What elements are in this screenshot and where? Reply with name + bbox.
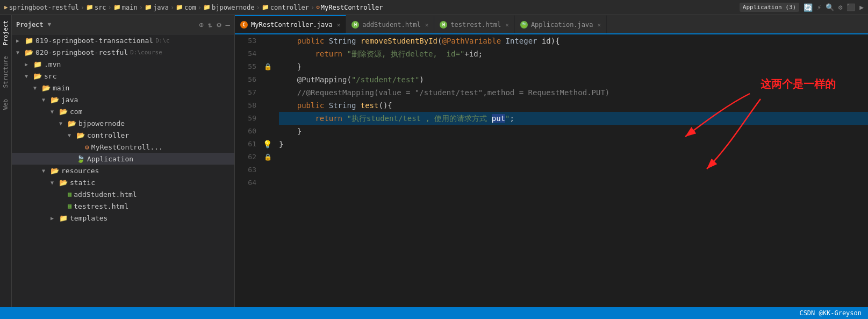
java-icon: ⚙ — [316, 4, 320, 11]
tab-close-button[interactable]: ✕ — [597, 22, 601, 29]
arrow-icon: ▼ — [42, 168, 51, 174]
tab-label: addStudent.html — [362, 21, 420, 29]
breadcrumb-item-controller[interactable]: 📁 controller — [262, 4, 309, 11]
code-lines[interactable]: public String removeStudentById(@PathVar… — [275, 34, 868, 307]
status-bar: CSDN @KK-Greyson — [0, 307, 868, 319]
arrow-icon: ▶ — [25, 61, 33, 67]
sidebar-header-icons: ⊕ ⇅ ⚙ — — [199, 20, 230, 29]
arrow-icon: ▼ — [33, 85, 42, 91]
code-content: 53 54 55 56 57 58 59 60 61 62 63 64 🔒 💡 … — [235, 34, 868, 307]
tab-application[interactable]: 🍃 Application.java ✕ — [515, 15, 607, 33]
spring-icon: 🍃 — [76, 155, 85, 163]
html-file-icon: ▦ — [68, 190, 71, 198]
side-tab-structure[interactable]: Structure — [1, 51, 11, 94]
minimize-icon[interactable]: — — [226, 20, 230, 29]
main-area: Project Structure Web Project ▼ ⊕ ⇅ ⚙ — … — [0, 15, 868, 307]
arrow-icon: ▼ — [51, 180, 59, 186]
tree-item-resources[interactable]: ▼ 📂 resources — [12, 165, 234, 176]
breadcrumb-item-java[interactable]: 📁 java — [145, 4, 169, 11]
java-tab-icon: 🍃 — [520, 21, 528, 29]
breadcrumb-item-bjpowernode[interactable]: 📁 bjpowernode — [203, 4, 254, 11]
folder-icon: 📁 — [176, 4, 183, 11]
breadcrumb-item-src[interactable]: 📁 src — [86, 4, 106, 11]
tab-label: MyRestController.java — [251, 21, 333, 29]
folder-icon: 📁 — [25, 37, 33, 45]
tab-label: testrest.html — [450, 21, 501, 29]
settings-icon[interactable]: ⚙ — [217, 20, 221, 29]
code-line-55: } — [279, 60, 868, 73]
line-numbers: 53 54 55 56 57 58 59 60 61 62 63 64 — [235, 34, 262, 307]
arrow-icon: ▼ — [25, 73, 33, 79]
sidebar-tree: ▶ 📁 019-springboot-transactional D:\c ▼ … — [12, 34, 234, 307]
lock-icon-62: 🔒 — [264, 151, 272, 164]
tree-item-java[interactable]: ▼ 📂 java — [12, 94, 234, 105]
toolbar-icons: ⚡ 🔍 ⚙ ⬛ ▶ — [817, 3, 864, 11]
folder-icon: 📁 — [203, 4, 211, 11]
tab-close-button[interactable]: ✕ — [337, 22, 341, 29]
tree-item-application[interactable]: 🍃 Application — [12, 153, 234, 165]
collapse-icon[interactable]: ⇅ — [208, 20, 212, 29]
folder-icon: 📁 — [113, 4, 121, 11]
folder-icon: 📁 — [86, 4, 94, 11]
code-line-54: return "删除资源, 执行delete, id="+id; — [279, 47, 868, 60]
app-badge[interactable]: Application (3) — [740, 3, 799, 12]
refresh-icon[interactable]: 🔄 — [804, 3, 813, 12]
tree-item-mvn[interactable]: ▶ 📁 .mvn — [12, 58, 234, 70]
tree-item-addstudent[interactable]: ▦ addStudent.html — [12, 188, 234, 200]
tree-item-controller[interactable]: ▼ 📂 controller — [12, 129, 234, 141]
arrow-icon: ▼ — [59, 120, 68, 126]
tabs-bar: C MyRestController.java ✕ H addStudent.h… — [235, 15, 868, 34]
folder-open-icon: 📂 — [51, 167, 59, 175]
folder-open-icon: 📂 — [76, 131, 85, 139]
arrow-icon: ▼ — [42, 97, 51, 103]
tree-item-com[interactable]: ▼ 📂 com — [12, 105, 234, 117]
tree-item-static[interactable]: ▼ 📂 static — [12, 176, 234, 188]
tab-label: Application.java — [531, 21, 593, 29]
side-tab-project[interactable]: Project — [1, 15, 11, 51]
arrow-icon: ▼ — [51, 109, 59, 115]
folder-icon: 📁 — [145, 4, 152, 11]
editor-area: C MyRestController.java ✕ H addStudent.h… — [235, 15, 868, 307]
tree-item-019[interactable]: ▶ 📁 019-springboot-transactional D:\c — [12, 34, 234, 46]
tab-testrest[interactable]: H testrest.html ✕ — [434, 15, 515, 33]
tree-item-main[interactable]: ▼ 📂 main — [12, 82, 234, 94]
arrow-icon: ▶ — [16, 38, 25, 44]
folder-open-icon: 📂 — [42, 84, 51, 92]
tree-item-020[interactable]: ▼ 📂 020-springboot-restful D:\course — [12, 46, 234, 58]
gutter: 🔒 💡 🔒 — [262, 34, 275, 307]
tree-item-myrestcontroller[interactable]: ⚙ MyRestControll... — [12, 141, 234, 153]
locate-icon[interactable]: ⊕ — [199, 20, 203, 29]
html-tab-icon: H — [351, 21, 359, 29]
breadcrumb-item-root[interactable]: ▶ springboot-restful — [4, 4, 79, 11]
tree-item-testrest[interactable]: ▦ testrest.html — [12, 200, 234, 212]
tab-addstudent[interactable]: H addStudent.html ✕ — [346, 15, 434, 33]
tree-item-bjpowernode[interactable]: ▼ 📂 bjpowernode — [12, 117, 234, 129]
folder-icon: 📁 — [33, 60, 42, 68]
code-line-60: public String test(){ — [279, 99, 868, 112]
tree-item-templates[interactable]: ▶ 📁 templates — [12, 212, 234, 224]
html-file-icon: ▦ — [68, 202, 71, 210]
tab-myrestcontroller[interactable]: C MyRestController.java ✕ — [235, 15, 346, 33]
code-line-58: @PutMapping("/student/test") — [279, 73, 868, 86]
folder-icon: 📁 — [262, 4, 269, 11]
sidebar-header: Project ▼ ⊕ ⇅ ⚙ — — [12, 15, 234, 34]
tab-close-button[interactable]: ✕ — [505, 22, 509, 29]
breadcrumb-bar: ▶ springboot-restful › 📁 src › 📁 main › … — [0, 0, 868, 15]
folder-icon: 📁 — [59, 214, 68, 222]
arrow-icon: ▼ — [16, 49, 25, 55]
folder-open-icon: 📂 — [59, 108, 68, 116]
code-line-62: } — [279, 125, 868, 138]
code-line-61: return "执行student/test , 使用的请求方式 put"; — [279, 112, 868, 125]
java-file-icon: ⚙ — [85, 143, 89, 151]
html-tab-icon: H — [440, 21, 447, 29]
code-line-53: public String removeStudentById(@PathVar… — [279, 34, 868, 47]
vertical-side-tabs: Project Structure Web — [0, 15, 12, 307]
side-tab-web[interactable]: Web — [1, 94, 11, 115]
breadcrumb-item-main[interactable]: 📁 main — [113, 4, 138, 11]
folder-open-icon: 📂 — [25, 48, 33, 56]
code-line-63: } — [279, 138, 868, 151]
breadcrumb-item-com[interactable]: 📁 com — [176, 4, 196, 11]
tree-item-src[interactable]: ▼ 📂 src — [12, 70, 234, 82]
breadcrumb-item-myrestcontroller[interactable]: ⚙ MyRestController — [316, 4, 383, 11]
tab-close-button[interactable]: ✕ — [425, 22, 429, 29]
